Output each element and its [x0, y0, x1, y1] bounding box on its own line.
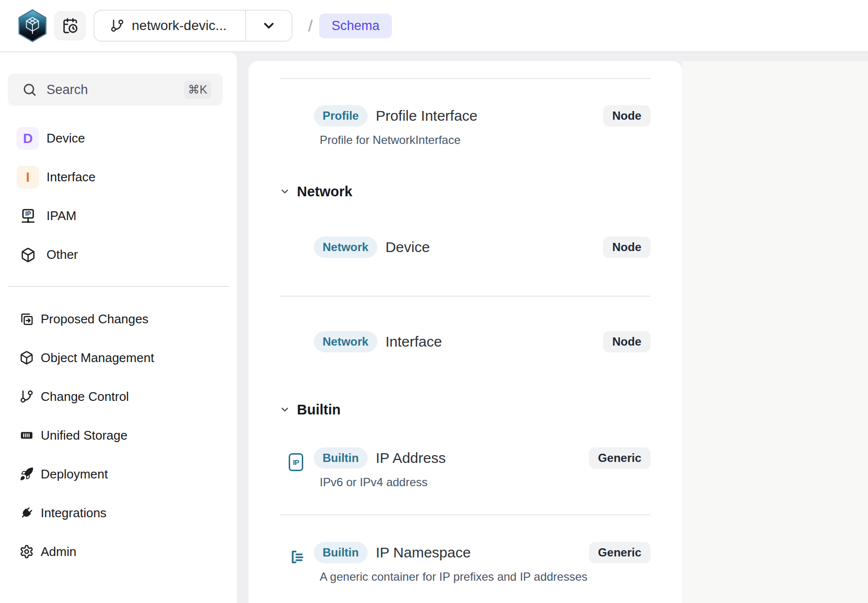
schema-item-title: Interface [386, 333, 442, 350]
git-branch-icon [110, 18, 124, 33]
sidebar-item-unified-storage[interactable]: Unified Storage [0, 425, 237, 446]
sidebar-item-label: Device [46, 131, 85, 146]
breadcrumb-schema[interactable]: Schema [319, 14, 391, 38]
schema-item-description: Profile for NetworkInterface [320, 133, 651, 147]
branch-selector-value: network-devic... [94, 11, 245, 41]
sidebar-item-label: Proposed Changes [41, 312, 149, 327]
sidebar-item-interface[interactable]: I Interface [0, 166, 237, 189]
cube-icon [20, 247, 36, 263]
sidebar: ⌘K D Device I Interface IP IPAM [0, 52, 237, 603]
interface-initial-chip: I [16, 166, 39, 189]
ipam-icon: IP [20, 208, 36, 224]
search-shortcut: ⌘K [184, 80, 211, 99]
branch-selector[interactable]: network-devic... [93, 10, 293, 42]
namespace-badge: Builtin [314, 447, 368, 469]
sidebar-item-label: Other [46, 247, 78, 262]
ip-box-icon: IP [289, 453, 303, 471]
sidebar-item-label: Interface [46, 170, 95, 185]
section-header-builtin[interactable]: Builtin [279, 399, 651, 420]
search-icon [22, 82, 37, 97]
sidebar-item-admin[interactable]: Admin [0, 541, 237, 562]
schema-item-network-device[interactable]: Network Device Node [279, 202, 651, 296]
sidebar-item-label: Unified Storage [41, 428, 127, 443]
schema-item-title: IP Namespace [376, 544, 471, 561]
section-title: Builtin [297, 402, 341, 418]
schema-item-title: IP Address [376, 450, 446, 466]
sidebar-item-deployment[interactable]: Deployment [0, 463, 237, 485]
namespace-badge: Network [314, 237, 377, 258]
sidebar-item-label: Integrations [41, 506, 107, 521]
schema-item-profile-interface[interactable]: Profile Profile Interface Node Profile f… [279, 79, 651, 175]
sidebar-item-label: Object Management [41, 350, 154, 365]
main-nav-group: Proposed Changes Object Management Chang… [0, 308, 237, 562]
sidebar-divider [8, 286, 229, 287]
sidebar-item-label: IPAM [46, 208, 77, 223]
sidebar-item-object-management[interactable]: Object Management [0, 347, 237, 368]
kind-badge: Generic [589, 447, 651, 469]
ipam-icon-label: IP [25, 210, 31, 217]
cube-icon [19, 350, 34, 365]
sidebar-item-other[interactable]: Other [0, 243, 237, 266]
namespace-badge: Network [314, 331, 377, 352]
schema-item-description: IPv6 or IPv4 address [320, 475, 651, 490]
sidebar-item-integrations[interactable]: Integrations [0, 502, 237, 524]
schema-item-ip-address[interactable]: IP Builtin IP Address Generic IPv6 or IP… [279, 420, 651, 514]
plug-icon [19, 506, 34, 520]
ip-namespace-icon [289, 548, 306, 566]
kind-badge: Node [603, 331, 651, 352]
branch-name: network-devic... [132, 18, 227, 33]
sidebar-item-label: Change Control [41, 389, 129, 404]
schema-item-title: Profile Interface [376, 108, 478, 124]
infrahub-logo-icon[interactable] [18, 9, 46, 42]
search-box[interactable]: ⌘K [8, 74, 223, 106]
detail-panel [682, 61, 868, 603]
section-network: Network Network Device Node Network Inte… [279, 181, 651, 378]
search-input[interactable] [46, 82, 184, 98]
top-header: network-devic... / Schema [0, 0, 868, 52]
section-title: Network [297, 184, 352, 200]
calendar-clock-icon [62, 17, 78, 34]
schema-list-card: Profile Profile Interface Node Profile f… [248, 61, 682, 603]
kind-badge: Generic [589, 542, 651, 563]
schema-item-ip-namespace[interactable]: Builtin IP Namespace Generic A generic c… [279, 515, 651, 603]
breadcrumb-separator: / [308, 16, 312, 35]
diff-icon [19, 312, 34, 326]
schema-item-title: Device [386, 239, 430, 255]
chevron-down-icon [261, 18, 277, 33]
sidebar-item-label: Admin [41, 544, 77, 559]
sidebar-item-label: Deployment [41, 467, 108, 482]
gear-icon [19, 544, 34, 559]
kind-badge: Node [603, 237, 651, 258]
section-header-network[interactable]: Network [279, 181, 651, 202]
sidebar-item-change-control[interactable]: Change Control [0, 386, 237, 407]
sidebar-item-ipam[interactable]: IP IPAM [0, 205, 237, 227]
namespace-badge: Profile [314, 105, 368, 127]
chevron-down-icon [279, 186, 290, 197]
branch-dropdown-toggle[interactable] [245, 11, 292, 41]
schema-item-network-interface[interactable]: Network Interface Node [279, 297, 651, 378]
sidebar-item-device[interactable]: D Device [0, 127, 237, 150]
kind-badge: Node [603, 105, 651, 127]
git-branch-icon [19, 389, 34, 404]
sidebar-item-proposed-changes[interactable]: Proposed Changes [0, 308, 237, 330]
section-profile: Profile Profile Interface Node Profile f… [279, 79, 651, 175]
storage-icon [19, 428, 34, 443]
schema-nav-group: D Device I Interface IP IPAM [0, 127, 237, 266]
section-builtin: Builtin IP Builtin IP Address Generic IP… [279, 399, 651, 603]
device-initial-chip: D [16, 127, 39, 150]
rocket-icon [19, 467, 34, 481]
namespace-badge: Builtin [314, 542, 368, 563]
schedule-button[interactable] [54, 11, 86, 40]
chevron-down-icon [279, 404, 290, 415]
schema-item-description: A generic container for IP prefixes and … [320, 570, 651, 584]
